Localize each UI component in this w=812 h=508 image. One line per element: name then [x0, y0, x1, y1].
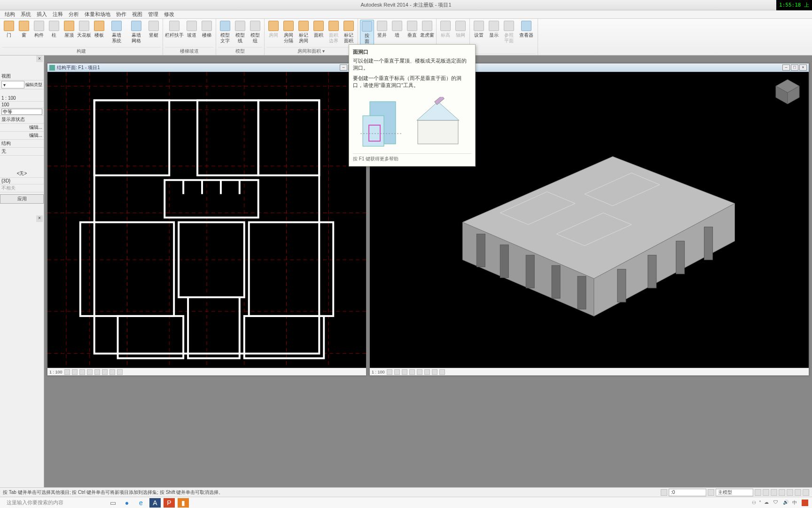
apply-button[interactable]: 应用	[0, 194, 44, 204]
ribbon-button[interactable]: 天花板	[77, 20, 91, 47]
edge-icon[interactable]: e	[135, 498, 147, 508]
footer-icon[interactable]	[102, 369, 108, 375]
status-zero[interactable]: :0	[669, 489, 706, 496]
footer-icon[interactable]	[72, 369, 78, 375]
ribbon-button[interactable]: 幕墙系统	[107, 20, 126, 47]
footer-icon[interactable]	[417, 369, 422, 375]
footer-icon[interactable]	[117, 369, 123, 375]
tray-ime-icon[interactable]: 中	[792, 500, 799, 506]
tray-shield-icon[interactable]: 🛡	[773, 500, 780, 506]
tab-systems[interactable]: 系统	[21, 11, 31, 18]
view-cube[interactable]	[771, 76, 804, 109]
footer-icon[interactable]	[64, 369, 70, 375]
footer-icon[interactable]	[424, 369, 430, 375]
ribbon-button[interactable]: 模型组	[248, 20, 262, 47]
ribbon-button[interactable]: 显示	[487, 20, 501, 54]
powerpoint-icon[interactable]: P	[164, 498, 175, 508]
status-icon[interactable]	[708, 489, 714, 496]
show-original[interactable]: 显示原状态	[0, 116, 44, 124]
tab-collaborate[interactable]: 协作	[116, 11, 126, 18]
footer-icon[interactable]	[87, 369, 93, 375]
status-icon[interactable]	[795, 489, 801, 496]
ribbon-button[interactable]: 栏杆扶手	[165, 20, 184, 47]
ribbon-label: 标高	[441, 32, 450, 38]
ribbon-button[interactable]: 标记面积	[342, 20, 356, 47]
tab-analyze[interactable]: 分析	[69, 11, 79, 18]
tab-structure[interactable]: 结构	[5, 11, 15, 18]
ribbon-button[interactable]: 幕墙网格	[127, 20, 146, 47]
ribbon-icon	[250, 21, 260, 31]
tab-insert[interactable]: 插入	[37, 11, 47, 18]
value-none-bracket[interactable]: <无>	[0, 170, 44, 178]
ribbon-label: 栏杆扶手	[165, 32, 184, 38]
ribbon-button[interactable]: 屋顶	[62, 20, 76, 47]
ribbon-button[interactable]: 窗	[17, 20, 31, 47]
status-icon[interactable]	[779, 489, 785, 496]
filter-icon[interactable]	[803, 489, 809, 496]
app-icon[interactable]: ▮	[178, 498, 189, 508]
tray-chevron-icon[interactable]: ˄	[759, 500, 761, 505]
maximize-icon[interactable]: □	[791, 64, 798, 71]
workset-combo[interactable]: 主模型	[716, 489, 753, 496]
ribbon-button[interactable]: 坡道	[185, 20, 199, 47]
footer-icon[interactable]	[79, 369, 85, 375]
minimize-icon[interactable]: –	[340, 64, 347, 71]
revit-taskbar-icon[interactable]: A	[149, 498, 161, 508]
status-icon[interactable]	[755, 489, 761, 496]
status-icon[interactable]	[787, 489, 793, 496]
ribbon-button[interactable]: 构件	[32, 20, 46, 47]
close-icon[interactable]: ×	[799, 64, 807, 71]
doc-plan-titlebar[interactable]: 结构平面: F1 - 项目1 – □ ×	[47, 64, 366, 72]
edit-type-button[interactable]: 编辑类型	[25, 82, 42, 88]
task-view-icon[interactable]: ▭	[107, 498, 118, 508]
tab-massing[interactable]: 体量和场地	[85, 11, 110, 18]
ribbon-button[interactable]: 楼梯	[200, 20, 214, 47]
ribbon-button[interactable]: 柱	[47, 20, 61, 47]
tab-view[interactable]: 视图	[132, 11, 142, 18]
footer-icon[interactable]	[94, 369, 100, 375]
taskbar-search[interactable]: 这里输入你要搜索的内容	[0, 499, 103, 506]
plan-scale[interactable]: 1 : 100	[49, 370, 62, 374]
edit-button-1[interactable]: 编辑...	[0, 124, 44, 132]
footer-icon[interactable]	[387, 369, 392, 375]
plan-viewport[interactable]	[47, 72, 366, 368]
svg-rect-16	[94, 100, 170, 175]
ribbon-icon	[202, 21, 212, 31]
ribbon-button[interactable]: 竖梃	[147, 20, 161, 47]
tray-volume-icon[interactable]: 🔊	[783, 500, 789, 506]
detail-level-input[interactable]	[1, 109, 42, 115]
tab-modify[interactable]: 修改	[164, 11, 174, 18]
tray-app-icon[interactable]	[802, 500, 808, 506]
status-icon[interactable]	[661, 489, 667, 496]
ribbon-label: 房间分隔	[284, 32, 293, 44]
footer-icon[interactable]	[109, 369, 115, 375]
footer-icon[interactable]	[432, 369, 437, 375]
footer-icon[interactable]	[394, 369, 400, 375]
footer-icon[interactable]	[439, 369, 445, 375]
minimize-icon[interactable]: –	[782, 64, 790, 71]
3d-scale[interactable]: 1 : 100	[372, 370, 385, 374]
ribbon-button[interactable]: 房间分隔	[281, 20, 296, 47]
scale-display[interactable]: 1 : 100	[0, 95, 44, 102]
status-icon[interactable]	[763, 489, 769, 496]
ribbon-button[interactable]: 模型线	[233, 20, 247, 47]
tab-manage[interactable]: 管理	[148, 11, 158, 18]
footer-icon[interactable]	[402, 369, 407, 375]
close-icon[interactable]: ×	[36, 56, 43, 62]
cortana-icon[interactable]: ●	[121, 498, 133, 508]
tray-people-icon[interactable]: ⚇	[752, 500, 756, 505]
ribbon-button[interactable]: 查看器	[517, 20, 536, 54]
close-icon-2[interactable]: ×	[36, 215, 43, 222]
status-icon[interactable]	[771, 489, 777, 496]
ribbon-button[interactable]: 门	[2, 20, 16, 47]
tab-annotate[interactable]: 注释	[53, 11, 63, 18]
ribbon-button[interactable]: 楼板	[92, 20, 106, 47]
footer-icon[interactable]	[409, 369, 415, 375]
ribbon-button[interactable]: 面积	[312, 20, 326, 47]
ribbon-button[interactable]: 标记房间	[297, 20, 311, 47]
tray-icon[interactable]: ☁	[764, 500, 771, 506]
ribbon-group-label: 构建	[2, 47, 161, 55]
edit-button-2[interactable]: 编辑...	[0, 132, 44, 140]
ribbon-button[interactable]: 模型文字	[218, 20, 232, 47]
type-selector[interactable]: ▾	[1, 81, 24, 88]
